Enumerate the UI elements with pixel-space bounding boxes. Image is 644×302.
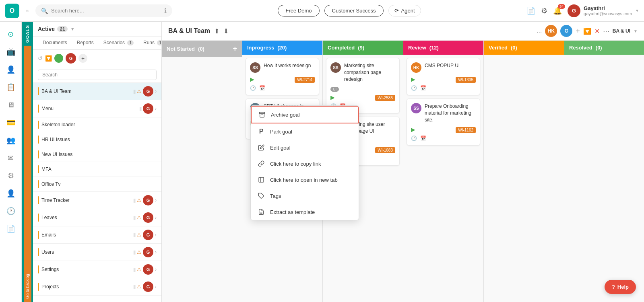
- scenarios-badge: 1: [127, 40, 134, 45]
- col-add-not-started[interactable]: +: [233, 45, 237, 53]
- nav-more-icon[interactable]: »: [23, 7, 31, 15]
- chevron-right-icon: ›: [155, 197, 157, 203]
- sidebar-monitor-icon[interactable]: 🖥: [3, 97, 19, 113]
- sidebar-tv-icon[interactable]: 📺: [3, 44, 19, 60]
- sidebar-team-icon[interactable]: 👥: [3, 133, 19, 148]
- goal-avatar: G: [143, 86, 153, 97]
- extract-template-label: Extract as template: [270, 209, 315, 215]
- user-dropdown-icon[interactable]: ▼: [635, 8, 639, 13]
- card-cms-popup[interactable]: HK CMS POPUP UI ▶ WI-1335 🕐 📅: [407, 58, 480, 95]
- sidebar-doc-icon[interactable]: 📄: [3, 221, 19, 236]
- filter-icon[interactable]: 🔽: [45, 55, 52, 62]
- goal-item-ba-ui-team[interactable]: BA & UI Team ||| ⚠ G ›: [33, 83, 161, 100]
- goal-bar-indicator: [38, 196, 39, 204]
- search-icon: 🔍: [41, 8, 48, 14]
- clock-icon: 🕐: [250, 85, 256, 91]
- sidebar-users-icon[interactable]: 👤: [3, 62, 19, 77]
- goal-name: Users: [41, 249, 131, 255]
- card-onboarding[interactable]: SS Prepare Onboarding material for marke…: [407, 99, 480, 146]
- bars-icon: |||: [133, 233, 135, 237]
- kanban-options-icon[interactable]: ⋯: [603, 27, 609, 35]
- customer-success-button[interactable]: Customer Success: [324, 5, 384, 16]
- help-button[interactable]: ? Help: [605, 280, 636, 294]
- play-icon[interactable]: ▶: [411, 126, 415, 133]
- ctx-park-goal[interactable]: P Park goal: [251, 123, 359, 140]
- sidebar-person-icon[interactable]: 👤: [3, 186, 19, 201]
- warn-icon: ⚠: [137, 284, 141, 290]
- upload-icon[interactable]: ⬆: [214, 27, 219, 35]
- agent-button[interactable]: ⟳ Agent: [388, 5, 421, 16]
- topbar-actions: 📄 ⚙ 🔔 34 G Gayathri gayathri@snovasys.co…: [526, 4, 639, 17]
- agent-label: Agent: [401, 8, 415, 14]
- goal-item-skeleton[interactable]: Skeleton loader: [33, 117, 161, 132]
- document-icon[interactable]: 📄: [526, 6, 535, 15]
- free-demo-button[interactable]: Free Demo: [278, 5, 319, 16]
- ctx-open-tab[interactable]: Click here to open in new tab: [251, 172, 359, 188]
- add-filter-button[interactable]: +: [78, 54, 87, 63]
- settings-icon[interactable]: ⚙: [541, 6, 547, 15]
- goal-item-office-tv[interactable]: Office Tv: [33, 177, 161, 192]
- download-icon[interactable]: ⬇: [223, 27, 229, 35]
- ctx-edit-goal[interactable]: Edit goal: [251, 140, 359, 156]
- clock-icon: 🕐: [411, 85, 417, 91]
- chevron-right-icon: ›: [155, 106, 157, 111]
- team-avatar-hk: HK: [545, 25, 557, 37]
- ctx-copy-link[interactable]: Click here to copy link: [251, 156, 359, 172]
- goal-item-users[interactable]: Users ||| ⚠ G ›: [33, 244, 161, 261]
- goal-item-time-tracker[interactable]: Time Tracker ||| ⚠ G ›: [33, 192, 161, 209]
- sidebar-clock-icon[interactable]: 🕐: [3, 203, 19, 219]
- goal-item-hr-ui[interactable]: HR UI Issues: [33, 132, 161, 147]
- info-icon[interactable]: ℹ: [164, 7, 167, 14]
- col-body-review: HK CMS POPUP UI ▶ WI-1335 🕐 📅: [403, 55, 483, 302]
- chevron-right-icon: ›: [155, 88, 157, 94]
- add-member-icon[interactable]: +: [576, 27, 580, 35]
- sidebar-mail-icon[interactable]: ✉: [3, 150, 19, 166]
- ctx-tags[interactable]: Tags: [251, 188, 359, 204]
- play-icon[interactable]: ▶: [330, 94, 335, 101]
- tab-documents[interactable]: Documents: [38, 37, 72, 49]
- tag-icon: [257, 192, 265, 200]
- goal-item-leaves[interactable]: Leaves ||| ⚠ G ›: [33, 209, 161, 226]
- card-avatar: SS: [330, 62, 341, 73]
- goal-name: New UI Issues: [41, 152, 157, 157]
- card-how-it-works[interactable]: SS How it works redesign ▶ WI-2714 🕐 📅: [246, 58, 319, 95]
- tab-reports[interactable]: Reports: [72, 37, 99, 49]
- tab-scenarios[interactable]: Scenarios 1: [99, 37, 138, 49]
- undo-icon[interactable]: ↺: [38, 55, 43, 62]
- notification-badge: 34: [558, 4, 565, 9]
- sidebar-settings-icon[interactable]: ⚙: [3, 168, 19, 183]
- goal-item-mfa[interactable]: MFA: [33, 162, 161, 177]
- dropdown-icon[interactable]: ▼: [70, 26, 75, 32]
- search-input[interactable]: [51, 8, 161, 14]
- kanban-col-review: Review (12) HK CMS POPUP UI ▶ WI-1335: [403, 41, 484, 302]
- goals-tab[interactable]: goals: [23, 22, 31, 46]
- user-menu[interactable]: G Gayathri gayathri@snovasys.com ▼: [568, 4, 639, 17]
- ctx-extract-template[interactable]: Extract as template: [251, 204, 359, 220]
- ctx-archive-goal[interactable]: Archive goal: [251, 106, 359, 123]
- goal-item-menu[interactable]: Menu ||| G ›: [33, 100, 161, 117]
- backlog-tab[interactable]: Go to backlog: [24, 46, 31, 302]
- goal-item-emails[interactable]: Emails ||| ⚠ G ›: [33, 226, 161, 244]
- play-icon[interactable]: ▶: [411, 76, 415, 82]
- notification-icon[interactable]: 🔔 34: [553, 6, 562, 15]
- goal-item-new-ui[interactable]: New UI Issues: [33, 147, 161, 162]
- app-logo[interactable]: O: [5, 4, 19, 18]
- more-icon[interactable]: ...: [537, 27, 542, 35]
- goal-avatar: G: [143, 195, 153, 205]
- user-filter-avatar[interactable]: G: [66, 53, 76, 64]
- kanban-clear-icon[interactable]: ✕: [594, 27, 600, 35]
- search-input-row: [33, 67, 161, 83]
- goals-search-input[interactable]: [38, 70, 157, 80]
- goal-bar-indicator: [38, 180, 39, 188]
- sidebar-tasks-icon[interactable]: 📋: [3, 80, 19, 95]
- kanban-filter-icon[interactable]: 🔽: [583, 27, 591, 35]
- wi-badge: WI-2585: [375, 95, 395, 101]
- sidebar-card-icon[interactable]: 💳: [3, 115, 19, 130]
- goal-item-settings[interactable]: Settings ||| ⚠ G ›: [33, 261, 161, 278]
- kanban-team-dropdown[interactable]: ▼: [634, 29, 638, 33]
- play-icon[interactable]: ▶: [250, 76, 254, 82]
- sidebar-home-icon[interactable]: ⊙: [3, 27, 19, 42]
- goal-item-projects[interactable]: Projects ||| ⚠ G ›: [33, 278, 161, 296]
- goal-avatar: G: [143, 212, 153, 223]
- goal-bar-indicator: [38, 165, 39, 173]
